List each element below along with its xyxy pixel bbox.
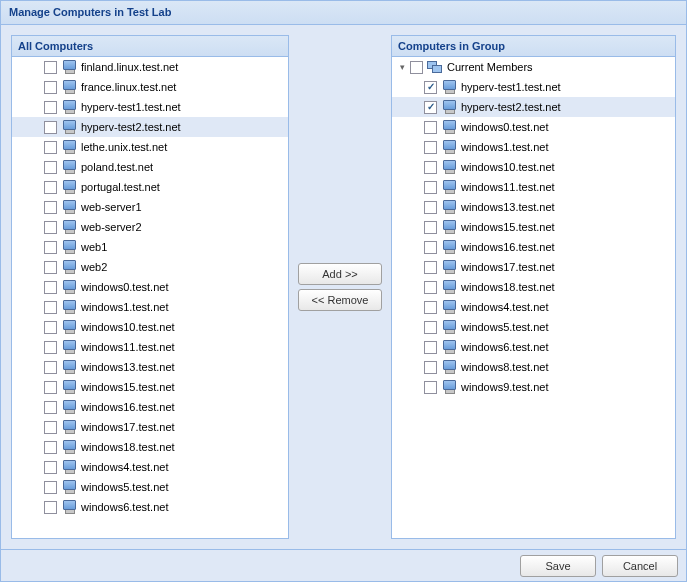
checkbox[interactable] <box>44 321 57 334</box>
list-item[interactable]: windows9.test.net <box>392 377 675 397</box>
list-item[interactable]: windows13.test.net <box>392 197 675 217</box>
dialog-footer: Save Cancel <box>1 549 686 581</box>
checkbox[interactable] <box>44 461 57 474</box>
list-item[interactable]: hyperv-test2.test.net <box>392 97 675 117</box>
checkbox[interactable] <box>424 101 437 114</box>
item-label: windows13.test.net <box>81 361 175 373</box>
list-item[interactable]: windows10.test.net <box>392 157 675 177</box>
remove-button[interactable]: << Remove <box>298 289 382 311</box>
save-button[interactable]: Save <box>520 555 596 577</box>
list-item[interactable]: windows18.test.net <box>392 277 675 297</box>
checkbox[interactable] <box>44 141 57 154</box>
list-item[interactable]: lethe.unix.test.net <box>12 137 288 157</box>
add-button[interactable]: Add >> <box>298 263 382 285</box>
checkbox[interactable] <box>44 361 57 374</box>
list-item[interactable]: windows10.test.net <box>12 317 288 337</box>
list-item[interactable]: hyperv-test1.test.net <box>392 77 675 97</box>
checkbox[interactable] <box>44 221 57 234</box>
checkbox[interactable] <box>424 321 437 334</box>
checkbox[interactable] <box>424 361 437 374</box>
list-item[interactable]: windows5.test.net <box>392 317 675 337</box>
checkbox[interactable] <box>44 241 57 254</box>
checkbox[interactable] <box>424 121 437 134</box>
list-item[interactable]: windows11.test.net <box>12 337 288 357</box>
checkbox[interactable] <box>424 381 437 394</box>
computer-icon <box>61 339 77 355</box>
checkbox[interactable] <box>424 141 437 154</box>
list-item[interactable]: web-server2 <box>12 217 288 237</box>
checkbox[interactable] <box>424 301 437 314</box>
list-item[interactable]: portugal.test.net <box>12 177 288 197</box>
checkbox[interactable] <box>44 61 57 74</box>
list-item[interactable]: windows8.test.net <box>392 357 675 377</box>
list-item[interactable]: windows17.test.net <box>392 257 675 277</box>
item-label: windows18.test.net <box>461 281 555 293</box>
group-computers-list[interactable]: ▾Current Membershyperv-test1.test.nethyp… <box>392 57 675 538</box>
checkbox[interactable] <box>44 181 57 194</box>
all-computers-list[interactable]: finland.linux.test.netfrance.linux.test.… <box>12 57 288 538</box>
list-item[interactable]: poland.test.net <box>12 157 288 177</box>
computer-icon <box>61 299 77 315</box>
checkbox[interactable] <box>44 401 57 414</box>
checkbox[interactable] <box>44 381 57 394</box>
list-item[interactable]: windows13.test.net <box>12 357 288 377</box>
list-item[interactable]: windows17.test.net <box>12 417 288 437</box>
list-item[interactable]: windows5.test.net <box>12 477 288 497</box>
list-item[interactable]: windows15.test.net <box>12 377 288 397</box>
list-item[interactable]: windows15.test.net <box>392 217 675 237</box>
checkbox[interactable] <box>44 281 57 294</box>
computer-icon <box>441 179 457 195</box>
item-label: windows10.test.net <box>461 161 555 173</box>
checkbox[interactable] <box>424 81 437 94</box>
computer-icon <box>61 199 77 215</box>
checkbox[interactable] <box>44 341 57 354</box>
list-item[interactable]: hyperv-test1.test.net <box>12 97 288 117</box>
list-item[interactable]: windows0.test.net <box>392 117 675 137</box>
cancel-button[interactable]: Cancel <box>602 555 678 577</box>
checkbox[interactable] <box>424 201 437 214</box>
list-item[interactable]: windows6.test.net <box>392 337 675 357</box>
list-item[interactable]: windows11.test.net <box>392 177 675 197</box>
computer-icon <box>61 479 77 495</box>
item-label: web1 <box>81 241 107 253</box>
checkbox[interactable] <box>424 281 437 294</box>
list-item[interactable]: windows18.test.net <box>12 437 288 457</box>
list-item[interactable]: finland.linux.test.net <box>12 57 288 77</box>
list-item[interactable]: windows6.test.net <box>12 497 288 517</box>
list-item[interactable]: hyperv-test2.test.net <box>12 117 288 137</box>
list-item[interactable]: windows4.test.net <box>12 457 288 477</box>
checkbox[interactable] <box>44 481 57 494</box>
checkbox[interactable] <box>424 261 437 274</box>
checkbox[interactable] <box>424 341 437 354</box>
list-item[interactable]: web1 <box>12 237 288 257</box>
checkbox[interactable] <box>44 261 57 274</box>
checkbox[interactable] <box>44 441 57 454</box>
checkbox[interactable] <box>44 201 57 214</box>
expander-icon[interactable]: ▾ <box>396 61 408 73</box>
checkbox[interactable] <box>44 101 57 114</box>
computer-icon <box>61 99 77 115</box>
computer-icon <box>441 379 457 395</box>
list-item[interactable]: windows4.test.net <box>392 297 675 317</box>
checkbox[interactable] <box>44 81 57 94</box>
list-item[interactable]: web2 <box>12 257 288 277</box>
item-label: windows0.test.net <box>81 281 168 293</box>
list-item[interactable]: windows0.test.net <box>12 277 288 297</box>
tree-root[interactable]: ▾Current Members <box>392 57 675 77</box>
list-item[interactable]: windows1.test.net <box>392 137 675 157</box>
checkbox[interactable] <box>44 121 57 134</box>
checkbox[interactable] <box>424 241 437 254</box>
checkbox[interactable] <box>44 421 57 434</box>
list-item[interactable]: windows16.test.net <box>392 237 675 257</box>
checkbox[interactable] <box>424 181 437 194</box>
checkbox[interactable] <box>44 301 57 314</box>
checkbox[interactable] <box>424 161 437 174</box>
list-item[interactable]: windows16.test.net <box>12 397 288 417</box>
list-item[interactable]: web-server1 <box>12 197 288 217</box>
checkbox[interactable] <box>44 161 57 174</box>
list-item[interactable]: windows1.test.net <box>12 297 288 317</box>
list-item[interactable]: france.linux.test.net <box>12 77 288 97</box>
checkbox[interactable] <box>410 61 423 74</box>
checkbox[interactable] <box>424 221 437 234</box>
checkbox[interactable] <box>44 501 57 514</box>
